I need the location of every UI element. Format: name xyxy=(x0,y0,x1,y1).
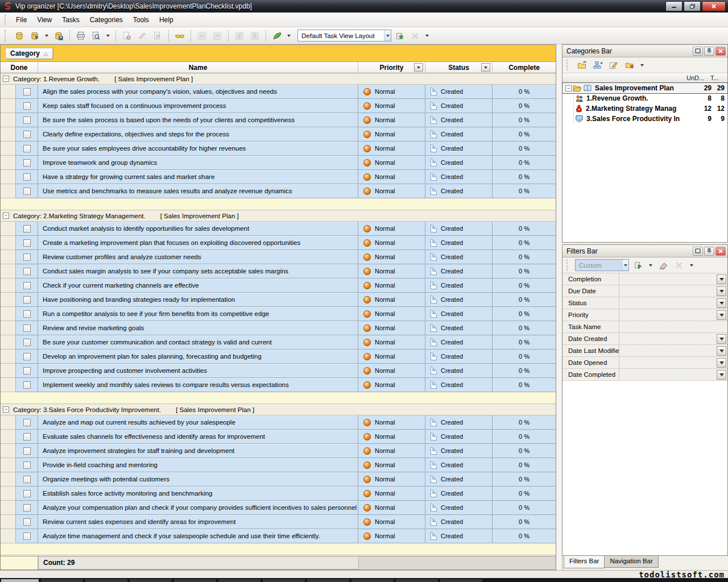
task-row[interactable]: Use metrics and benchmarks to measure sa… xyxy=(1,184,556,198)
done-checkbox[interactable] xyxy=(23,268,31,275)
category-group-row[interactable]: − Category: 2.Marketing Strategy Managem… xyxy=(1,210,556,222)
minimize-button[interactable] xyxy=(665,1,682,11)
done-checkbox[interactable] xyxy=(23,325,31,332)
move-top-icon[interactable] xyxy=(248,29,262,43)
column-header-status[interactable]: Status xyxy=(425,62,493,73)
done-checkbox[interactable] xyxy=(23,88,31,95)
tree-column-total[interactable]: T... xyxy=(710,74,727,81)
task-row[interactable]: Provide in-field coaching and mentoring … xyxy=(1,458,556,472)
task-row[interactable]: Run a competitor analysis to see if your… xyxy=(1,307,556,321)
task-row[interactable]: Create a marketing improvement plan that… xyxy=(1,236,556,250)
task-row[interactable]: Align the sales process with your compan… xyxy=(1,85,556,99)
done-checkbox[interactable] xyxy=(23,367,31,375)
category-group-row[interactable]: − Category: 3.Sales Force Productivity I… xyxy=(1,404,556,415)
filter-value-field[interactable] xyxy=(619,321,717,332)
filter-value-field[interactable] xyxy=(619,345,717,356)
edit-category-icon[interactable] xyxy=(607,59,621,72)
task-row[interactable]: Improve teamwork and group dynamics Norm… xyxy=(1,156,556,170)
share-icon[interactable] xyxy=(270,29,284,43)
done-checkbox[interactable] xyxy=(23,253,31,261)
task-row[interactable]: Analyze time management and check if you… xyxy=(1,529,556,543)
filter-dropdown-icon[interactable] xyxy=(717,310,726,320)
task-row[interactable]: Organize meetings with potential custome… xyxy=(1,472,556,487)
task-row[interactable]: Evaluate sales channels for effectivenes… xyxy=(1,430,556,444)
group-by-category-button[interactable]: Category △ xyxy=(5,48,53,59)
done-checkbox[interactable] xyxy=(23,353,31,360)
task-row[interactable]: Analyze improvement strategies for staff… xyxy=(1,444,556,458)
done-checkbox[interactable] xyxy=(23,433,31,440)
status-filter-dropdown-icon[interactable] xyxy=(481,63,490,72)
done-checkbox[interactable] xyxy=(23,504,31,512)
priority-filter-dropdown-icon[interactable] xyxy=(414,63,423,72)
delete-category-icon[interactable] xyxy=(623,59,636,72)
move-down-icon[interactable] xyxy=(195,29,209,43)
filters-pin-icon[interactable] xyxy=(704,247,714,256)
new-database-icon[interactable] xyxy=(13,29,26,43)
menu-tasks[interactable]: Tasks xyxy=(57,14,85,26)
task-row[interactable]: Establish sales force activity monitorin… xyxy=(1,487,556,501)
categories-pin-icon[interactable] xyxy=(704,47,714,56)
done-checkbox[interactable] xyxy=(23,239,31,247)
categories-toolbar-overflow-icon[interactable] xyxy=(640,64,644,66)
filter-dropdown-icon[interactable] xyxy=(717,275,726,284)
categories-close-icon[interactable] xyxy=(715,47,726,56)
done-checkbox[interactable] xyxy=(23,173,31,181)
edit-task-icon[interactable] xyxy=(135,29,149,43)
done-checkbox[interactable] xyxy=(23,339,31,346)
delete-filter-icon[interactable] xyxy=(672,259,686,272)
done-checkbox[interactable] xyxy=(23,117,31,124)
task-row[interactable]: Develop an improvement plan for sales pl… xyxy=(1,350,556,364)
add-category-icon[interactable] xyxy=(575,59,589,72)
filter-dropdown-icon[interactable] xyxy=(717,370,726,380)
apply-filter-dropdown-icon[interactable] xyxy=(649,264,652,267)
move-bottom-icon[interactable] xyxy=(233,29,246,43)
filters-restore-icon[interactable] xyxy=(693,247,703,256)
done-checkbox[interactable] xyxy=(23,296,31,304)
task-row[interactable]: Review current sales expenses and identi… xyxy=(1,515,556,529)
delete-layout-icon[interactable] xyxy=(408,29,422,43)
done-checkbox[interactable] xyxy=(23,447,31,455)
task-row[interactable]: Have a strategy for growing current sale… xyxy=(1,170,556,184)
done-checkbox[interactable] xyxy=(23,102,31,110)
filter-value-field[interactable] xyxy=(619,297,717,309)
menu-file[interactable]: File xyxy=(11,14,32,26)
add-subcategory-icon[interactable] xyxy=(591,59,605,72)
task-row[interactable]: Review and revise marketing goals Normal… xyxy=(1,321,556,335)
filter-value-field[interactable] xyxy=(619,309,717,321)
task-row[interactable]: Conduct sales margin analysis to see if … xyxy=(1,264,556,278)
filters-toolbar-overflow-icon[interactable] xyxy=(690,264,693,267)
tree-column-undone[interactable]: UnD... xyxy=(686,74,710,81)
filter-dropdown-icon[interactable] xyxy=(717,334,726,344)
task-row[interactable]: Analyze and map out current results achi… xyxy=(1,415,556,430)
task-row[interactable]: Conduct market analysis to identify oppo… xyxy=(1,222,556,236)
tree-collapse-icon[interactable]: − xyxy=(565,85,572,92)
category-group-row[interactable]: − Category: 1.Revenue Growth. [ Sales Im… xyxy=(1,73,556,85)
filter-value-field[interactable] xyxy=(619,333,717,344)
done-checkbox[interactable] xyxy=(23,310,31,318)
menu-help[interactable]: Help xyxy=(154,14,179,26)
layout-combo-dropdown-icon[interactable] xyxy=(384,30,391,41)
tree-item-1-revenue-growth-[interactable]: 1.Revenue Growth. 8 8 xyxy=(562,93,727,103)
open-database-icon[interactable] xyxy=(28,29,42,43)
collapse-group-icon[interactable]: − xyxy=(3,213,9,219)
delete-task-icon[interactable] xyxy=(151,29,164,43)
clear-filter-icon[interactable] xyxy=(656,259,670,272)
column-header-complete[interactable]: Complete xyxy=(493,62,556,73)
done-checkbox[interactable] xyxy=(23,145,31,152)
tree-item-2-marketing-strategy-manag[interactable]: 2.Marketing Strategy Manag 12 12 xyxy=(562,103,727,114)
categories-restore-icon[interactable] xyxy=(693,47,703,56)
task-row[interactable]: Check if your current marketing channels… xyxy=(1,278,556,293)
close-button[interactable] xyxy=(702,1,726,11)
layout-combo[interactable]: Default Task View Layout xyxy=(297,30,391,41)
collapse-group-icon[interactable]: − xyxy=(3,406,9,413)
apply-filter-icon[interactable] xyxy=(631,259,645,272)
task-row[interactable]: Have positioning and branding strategies… xyxy=(1,293,556,307)
done-checkbox[interactable] xyxy=(23,131,31,138)
menu-categories[interactable]: Categories xyxy=(85,14,128,26)
filter-value-field[interactable] xyxy=(619,369,717,380)
task-row[interactable]: Improve prospecting and customer involve… xyxy=(1,364,556,378)
task-row[interactable]: Be sure your customer communication and … xyxy=(1,335,556,350)
filter-value-field[interactable] xyxy=(619,273,717,285)
column-header-priority[interactable]: Priority xyxy=(358,62,425,73)
done-checkbox[interactable] xyxy=(23,381,31,389)
